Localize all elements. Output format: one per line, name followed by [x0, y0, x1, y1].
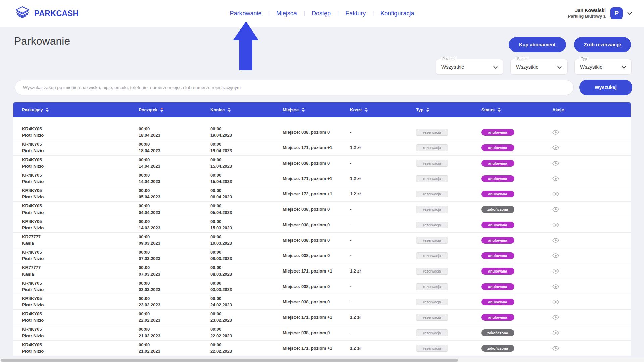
- nav-item-miejsca[interactable]: Miejsca: [270, 10, 304, 17]
- brand[interactable]: PARKCASH: [15, 0, 79, 27]
- sort-icon[interactable]: [426, 108, 429, 112]
- cost-label: -: [350, 222, 351, 227]
- view-details-eye-icon[interactable]: [552, 161, 559, 166]
- scrollbar-thumb[interactable]: [1, 359, 458, 362]
- type-chip: rezerwacja: [416, 206, 448, 213]
- nav-item-parkowanie[interactable]: Parkowanie: [223, 10, 268, 17]
- cell-koszt: -: [350, 284, 416, 289]
- end-date: 03.03.2023: [210, 287, 232, 293]
- view-details-eye-icon[interactable]: [552, 330, 559, 335]
- plate-number: KR4KY05: [22, 141, 44, 148]
- cell-koniec: 00:00 23.02.2023: [210, 311, 283, 324]
- end-date: 05.04.2023: [210, 209, 232, 216]
- cost-label: -: [350, 207, 351, 212]
- cell-koniec: 00:00 19.04.2023: [210, 141, 283, 154]
- sort-icon[interactable]: [302, 108, 305, 112]
- cell-typ: rezerwacja: [416, 345, 481, 352]
- parker-name: Piotr Nizio: [22, 179, 44, 185]
- cost-label: 1.2 zł: [350, 346, 361, 351]
- filter-poziom-select[interactable]: Poziom Wszystkie: [436, 59, 503, 75]
- top-bar: PARKCASH Parkowanie | Miejsca | Dostęp |…: [0, 0, 644, 27]
- view-details-eye-icon[interactable]: [552, 145, 559, 150]
- view-details-eye-icon[interactable]: [552, 315, 559, 320]
- start-time: 00:00: [139, 219, 160, 225]
- end-time: 00:00: [210, 219, 232, 225]
- view-details-eye-icon[interactable]: [552, 207, 559, 212]
- cell-poczatek: 00:00 18.04.2023: [139, 126, 210, 139]
- start-time: 00:00: [139, 172, 160, 179]
- start-time: 00:00: [139, 280, 160, 287]
- horizontal-scrollbar[interactable]: [0, 358, 644, 362]
- end-time: 00:00: [210, 311, 232, 317]
- nav-item-dostep[interactable]: Dostęp: [305, 10, 337, 17]
- cell-typ: rezerwacja: [416, 129, 481, 136]
- view-details-eye-icon[interactable]: [552, 176, 559, 181]
- user-menu[interactable]: Jan Kowalski Parking Biurowy 1 P: [568, 0, 632, 27]
- cell-poczatek: 00:00 05.04.2023: [139, 188, 210, 200]
- view-details-eye-icon[interactable]: [552, 223, 559, 227]
- end-time: 00:00: [210, 342, 232, 348]
- cost-label: 1.2 zł: [350, 268, 361, 274]
- sort-icon-active-asc[interactable]: [160, 108, 163, 112]
- sort-icon[interactable]: [365, 108, 368, 112]
- view-details-eye-icon[interactable]: [552, 192, 559, 196]
- parker-name: Piotr Nizio: [22, 333, 44, 339]
- column-header-parkujacy[interactable]: Parkujący: [13, 107, 139, 112]
- chevron-down-icon[interactable]: [627, 10, 632, 16]
- cost-label: -: [350, 253, 351, 258]
- table-row: KR4KY05 Piotr Nizio 00:00 14.04.2023 00:…: [13, 171, 631, 186]
- table-row: KR4KY05 Piotr Nizio 00:00 23.02.2023 00:…: [13, 294, 631, 310]
- sort-icon[interactable]: [498, 108, 501, 112]
- view-details-eye-icon[interactable]: [552, 269, 559, 274]
- status-badge: anulowana: [481, 252, 514, 259]
- view-details-eye-icon[interactable]: [552, 130, 559, 135]
- view-details-eye-icon[interactable]: [552, 284, 559, 289]
- cell-typ: rezerwacja: [416, 191, 481, 197]
- avatar[interactable]: P: [610, 7, 623, 19]
- parker-name: Piotr Nizio: [22, 148, 44, 154]
- view-details-eye-icon[interactable]: [552, 238, 559, 243]
- buy-subscription-button[interactable]: Kup abonament: [509, 37, 566, 52]
- cell-parkujacy: KR4KY05 Piotr Nizio: [13, 157, 139, 170]
- plate-number: KR4KY05: [22, 172, 44, 179]
- filter-status-value: Wszystkie: [516, 64, 539, 70]
- view-details-eye-icon[interactable]: [552, 300, 559, 304]
- view-details-eye-icon[interactable]: [552, 346, 559, 351]
- cell-koszt: -: [350, 238, 416, 243]
- make-reservation-button[interactable]: Zrób rezerwację: [574, 37, 631, 52]
- end-date: 23.02.2023: [210, 317, 232, 324]
- parker-name: Piotr Nizio: [22, 317, 44, 324]
- column-header-poczatek[interactable]: Początek: [139, 107, 210, 112]
- cell-status: zakończona: [481, 206, 548, 213]
- end-time: 00:00: [210, 249, 232, 256]
- cell-koniec: 00:00 06.04.2023: [210, 188, 283, 200]
- parker-name: Kasia: [22, 271, 41, 278]
- column-header-status[interactable]: Status: [481, 107, 548, 112]
- cell-parkujacy: KR4KY05 Piotr Nizio: [13, 311, 139, 324]
- filter-status-select[interactable]: Status Wszystkie: [510, 59, 568, 75]
- column-header-typ[interactable]: Typ: [416, 107, 481, 112]
- nav-item-faktury[interactable]: Faktury: [339, 10, 372, 17]
- cell-typ: rezerwacja: [416, 160, 481, 167]
- start-date: 02.03.2023: [139, 287, 160, 293]
- column-header-koniec[interactable]: Koniec: [210, 107, 283, 112]
- start-date: 18.04.2023: [139, 132, 160, 139]
- type-chip: rezerwacja: [416, 299, 448, 305]
- sort-icon[interactable]: [46, 108, 49, 112]
- search-input[interactable]: [15, 80, 574, 95]
- column-header-koszt[interactable]: Koszt: [350, 107, 416, 112]
- cell-koszt: 1.2 zł: [350, 346, 416, 351]
- cell-koniec: 00:00 15.04.2023: [210, 172, 283, 185]
- cell-status: anulowana: [481, 160, 548, 167]
- place-label: Miejsce: 171, poziom +1: [283, 268, 332, 274]
- search-button[interactable]: Wyszukaj: [579, 80, 632, 95]
- nav-item-konfiguracja[interactable]: Konfiguracja: [374, 10, 421, 17]
- end-date: 08.03.2023: [210, 256, 232, 262]
- type-chip: rezerwacja: [416, 283, 448, 290]
- column-header-miejsce[interactable]: Miejsce: [283, 107, 350, 112]
- start-date: 23.02.2023: [139, 302, 160, 308]
- view-details-eye-icon[interactable]: [552, 253, 559, 258]
- cell-typ: rezerwacja: [416, 237, 481, 244]
- filter-typ-select[interactable]: Typ Wszystkie: [574, 59, 632, 75]
- sort-icon[interactable]: [228, 108, 231, 112]
